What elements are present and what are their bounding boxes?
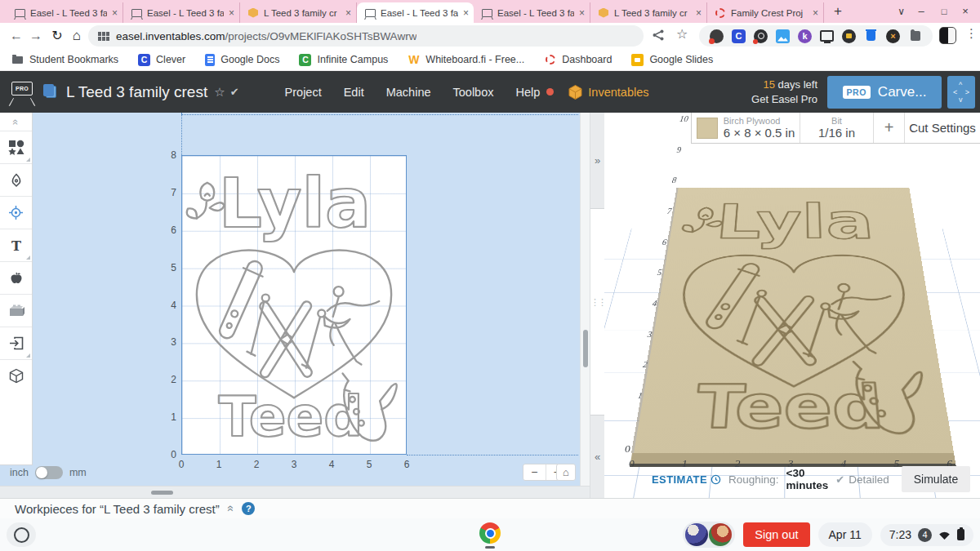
browser-tab[interactable]: L Teed 3 family cr × xyxy=(590,2,707,23)
3d-shapes-button[interactable] xyxy=(0,294,32,327)
sidebar-collapse-button[interactable]: « xyxy=(0,113,32,131)
menu-item[interactable]: Machine xyxy=(386,86,431,99)
back-button[interactable]: ← xyxy=(7,26,26,46)
tab-close-icon[interactable]: × xyxy=(112,7,118,19)
bookmark-item[interactable]: Google Docs xyxy=(205,54,279,66)
browser-tab[interactable]: Easel - L Teed 3 fa × xyxy=(7,2,123,23)
browser-tab[interactable]: Family Crest Proj × xyxy=(707,2,824,23)
browser-tab[interactable]: Easel - L Teed 3 fa × xyxy=(123,2,240,23)
zoom-home-button[interactable]: ⌂ xyxy=(556,464,576,481)
preview-panel-3d[interactable]: 10987654321 0 0123456 Birch Plywood 6 × … xyxy=(604,113,980,498)
canvas-horizontal-scrollbar[interactable] xyxy=(0,486,590,498)
extension-icon[interactable] xyxy=(864,29,878,43)
menu-item[interactable]: Help xyxy=(516,86,541,99)
crest-design-2d[interactable] xyxy=(182,156,406,454)
drill-origin-tool-button[interactable] xyxy=(0,196,32,229)
unit-toggle[interactable] xyxy=(35,466,63,479)
hscroll-thumb[interactable] xyxy=(151,491,173,495)
favorite-star-icon[interactable]: ☆ xyxy=(214,85,225,100)
menu-item[interactable]: Toolbox xyxy=(453,86,494,99)
design-library-button[interactable] xyxy=(0,261,32,294)
trial-status[interactable]: 15 days left Get Easel Pro xyxy=(751,78,817,106)
shapes-tool-button[interactable] xyxy=(0,131,32,163)
bookmark-item[interactable]: C Infinite Campus xyxy=(299,54,388,66)
divider-drag-handle[interactable]: ⋮⋮ xyxy=(590,297,604,308)
bit-selector[interactable]: Bit 1/16 in xyxy=(800,113,873,143)
profile-avatar[interactable] xyxy=(939,27,956,44)
text-tool-button[interactable]: T xyxy=(0,229,32,261)
menu-item[interactable]: Edit xyxy=(344,86,364,99)
extension-icon[interactable] xyxy=(754,29,768,43)
extension-icon[interactable] xyxy=(908,29,922,43)
date-display[interactable]: Apr 11 xyxy=(818,522,872,547)
bookmark-item[interactable]: Dashboard xyxy=(544,54,612,66)
address-bar[interactable]: easel.inventables.com/projects/O9vMEKlFl… xyxy=(88,25,644,47)
help-icon[interactable]: ? xyxy=(242,502,255,515)
window-maximize-button[interactable]: □ xyxy=(936,0,952,23)
machine-jog-button[interactable]: ^ v < > xyxy=(947,76,975,109)
extension-icon[interactable] xyxy=(710,29,724,43)
canvas-vertical-scrollbar[interactable] xyxy=(580,113,590,486)
import-button[interactable] xyxy=(0,327,32,359)
expand-right-panel-button[interactable]: » xyxy=(590,113,604,209)
window-close-button[interactable]: × xyxy=(957,0,973,23)
chrome-app-icon[interactable] xyxy=(479,522,501,544)
bookmark-item[interactable]: C Clever xyxy=(138,54,185,66)
inch-label[interactable]: inch xyxy=(10,467,29,478)
tab-close-icon[interactable]: × xyxy=(345,7,351,19)
material-workpiece[interactable] xyxy=(181,155,407,455)
get-easel-pro-link[interactable]: Get Easel Pro xyxy=(751,92,817,107)
scrollbar-thumb[interactable] xyxy=(583,330,588,367)
pages-icon[interactable] xyxy=(46,86,56,98)
simulate-button[interactable]: Simulate xyxy=(902,466,970,492)
bookmark-star-icon[interactable]: ☆ xyxy=(676,26,688,42)
menu-item[interactable]: Project xyxy=(285,86,322,99)
design-canvas-2d[interactable]: 876543210 0123456 − + ⌂ inch mm xyxy=(0,113,580,486)
tab-close-icon[interactable]: × xyxy=(229,7,234,19)
forward-button[interactable]: → xyxy=(26,26,46,46)
bookmark-item[interactable]: Google Slides xyxy=(631,54,713,66)
browser-tab[interactable]: L Teed 3 family cr × xyxy=(240,2,357,23)
window-minimize-button[interactable]: – xyxy=(913,0,929,23)
zoom-out-button[interactable]: − xyxy=(523,464,546,480)
project-title[interactable]: L Teed 3 family crest xyxy=(66,83,207,101)
workpieces-collapse-icon[interactable]: « xyxy=(225,505,238,512)
extension-icon[interactable] xyxy=(776,29,790,43)
cut-settings-button[interactable]: Cut Settings xyxy=(904,113,980,143)
estimate-label[interactable]: ESTIMATE xyxy=(652,473,721,486)
3d-preview-button[interactable] xyxy=(0,359,32,392)
material-selector[interactable]: Birch Plywood 6 × 8 × 0.5 in xyxy=(692,113,800,143)
tab-close-icon[interactable]: × xyxy=(463,7,469,19)
carve-button[interactable]: PRO Carve... xyxy=(827,76,942,109)
vector-pen-tool-button[interactable] xyxy=(0,163,32,196)
mm-label[interactable]: mm xyxy=(69,467,87,478)
sign-out-button[interactable]: Sign out xyxy=(743,522,809,547)
add-bit-button[interactable]: + xyxy=(873,113,904,143)
new-tab-button[interactable]: + xyxy=(834,0,855,23)
browser-tab[interactable]: Easel - L Teed 3 fa × xyxy=(357,2,474,23)
collapse-right-panel-button[interactable]: « xyxy=(590,415,604,498)
browser-tab[interactable]: Easel - L Teed 3 fa × xyxy=(474,2,590,23)
tab-close-icon[interactable]: × xyxy=(696,7,702,19)
easel-pro-logo-icon[interactable]: PRO xyxy=(10,79,34,105)
browser-menu-icon[interactable]: ⋮ xyxy=(965,26,978,41)
extension-icon[interactable]: k xyxy=(798,29,812,43)
tab-search-chevron-icon[interactable]: ∨ xyxy=(898,0,905,23)
bookmark-item[interactable]: W Whiteboard.fi - Free... xyxy=(408,54,524,66)
bookmark-item[interactable]: Student Bookmarks xyxy=(11,54,118,66)
reload-button[interactable]: ↻ xyxy=(47,26,67,46)
panel-divider[interactable]: » ⋮⋮ « xyxy=(590,113,604,498)
extension-icon[interactable] xyxy=(820,29,834,43)
launcher-button[interactable] xyxy=(7,522,36,547)
site-info-icon[interactable] xyxy=(98,32,109,41)
tab-close-icon[interactable]: × xyxy=(813,7,818,19)
share-icon[interactable] xyxy=(652,29,665,45)
account-avatars[interactable] xyxy=(683,522,735,548)
home-button[interactable]: ⌂ xyxy=(67,26,87,46)
tab-close-icon[interactable]: × xyxy=(579,7,585,19)
inventables-brand[interactable]: Inventables xyxy=(568,85,648,100)
extension-icon[interactable]: × xyxy=(886,29,900,43)
extension-icon[interactable]: C xyxy=(732,29,746,43)
extension-icon[interactable] xyxy=(842,29,856,43)
status-tray[interactable]: 7:23 4 xyxy=(880,524,973,546)
